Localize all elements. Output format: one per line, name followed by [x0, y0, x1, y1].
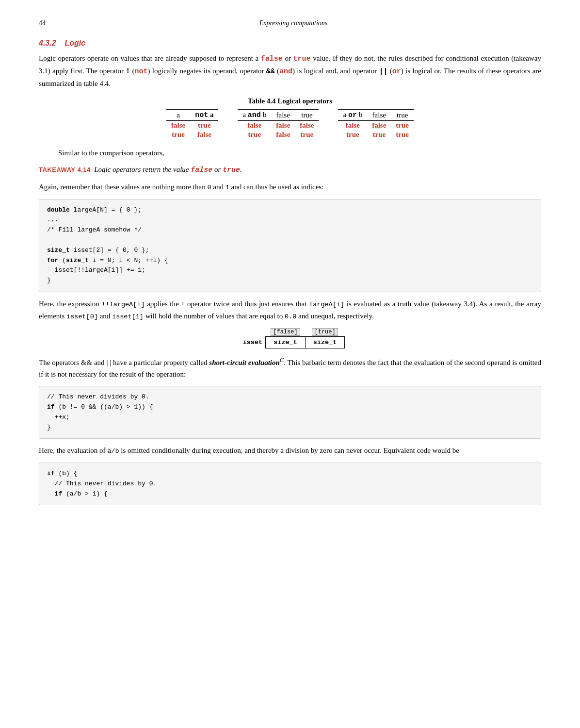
val-00: 0.0	[285, 313, 296, 320]
col-true-or: true	[391, 110, 414, 121]
code-block-3: if (b) { // This never divides by 0. if …	[39, 463, 541, 505]
takeaway-true: true	[223, 166, 240, 174]
not-row2-a: true	[166, 130, 190, 139]
false-bracket-label: [false]	[266, 329, 306, 337]
and-kw: and	[279, 67, 292, 76]
isset-label-spacer	[235, 329, 266, 337]
and-sym: &&	[266, 67, 275, 76]
takeaway-false: false	[191, 166, 212, 174]
op-not: !	[181, 301, 185, 308]
or-kw: or	[392, 67, 401, 76]
and-row1-f: false	[271, 121, 295, 131]
isset-table: [false] [true] isset size_t size_t	[235, 329, 345, 348]
explanation-paragraph: Here, the expression !!largeA[i] applies…	[39, 298, 541, 322]
page-header: 44 Expressing computations	[39, 19, 541, 27]
takeaway-414: TAKEAWAY 4.14 Logic operators return the…	[39, 165, 541, 174]
or-row1-ab: false	[338, 121, 367, 131]
and-row2-ab: true	[238, 130, 271, 139]
superscript-c: C	[280, 357, 284, 364]
and-row1-t: false	[295, 121, 319, 131]
and-table: a and b false true false false false tru…	[238, 109, 319, 139]
expr-ab: a/b	[107, 447, 119, 455]
or-sym: ||	[379, 67, 388, 76]
isset-0: isset[0]	[66, 313, 98, 320]
and-row2-t: true	[295, 130, 319, 139]
eval-paragraph: Here, the evaluation of a/b is omitted c…	[39, 445, 541, 457]
val-0: 0	[207, 184, 211, 191]
or-row2-f: true	[367, 130, 391, 139]
intro-paragraph: Logic operators operate on values that a…	[39, 52, 541, 89]
logic-tables: a not a false true true false a and b	[39, 109, 541, 139]
not-kw: not	[135, 67, 148, 76]
or-row2-t: true	[391, 130, 414, 139]
section-title: 4.3.2 Logic	[39, 39, 541, 48]
not-row1-nota: true	[190, 121, 218, 131]
operators-paragraph: The operators && and | | have a particul…	[39, 355, 541, 380]
not-row2-nota: false	[190, 130, 218, 139]
or-row2-ab: true	[338, 130, 367, 139]
col-not-a: not a	[190, 110, 218, 121]
and-row1-ab: false	[238, 121, 271, 131]
page-title: Expressing computations	[259, 19, 328, 27]
not-table: a not a false true true false	[166, 109, 218, 139]
col-false-or: false	[367, 110, 391, 121]
isset-col1: size_t	[266, 337, 306, 348]
code-block-2: // This never divides by 0. if (b != 0 &…	[39, 386, 541, 439]
or-table: a or b false true false false true true …	[338, 109, 414, 139]
page-number: 44	[39, 19, 46, 27]
val-1: 1	[226, 184, 229, 191]
not-row1-a: false	[166, 121, 190, 131]
true-bracket-label: [true]	[305, 329, 345, 337]
or-row1-f: false	[367, 121, 391, 131]
isset-1: isset[1]	[112, 313, 144, 320]
takeaway-text: Logic operators return the value false o…	[92, 165, 242, 173]
section-4-3-2: 4.3.2 Logic Logic operators operate on v…	[39, 39, 541, 505]
isset-table-wrapper: [false] [true] isset size_t size_t	[39, 329, 541, 348]
not-sym: !	[126, 67, 130, 76]
col-true: true	[295, 110, 319, 121]
expr-largeA: !!largeA[i]	[101, 301, 145, 308]
col-false: false	[271, 110, 295, 121]
and-row2-f: false	[271, 130, 295, 139]
col-a: a	[166, 110, 190, 121]
takeaway-label: TAKEAWAY 4.14	[39, 166, 91, 173]
false-kw: false	[261, 55, 283, 63]
col-a-or-b: a or b	[338, 110, 367, 121]
isset-row-label: isset	[235, 337, 266, 348]
true-kw: true	[293, 55, 311, 63]
short-circuit-label: short-circuit evaluation	[209, 359, 280, 366]
isset-col2: size_t	[305, 337, 345, 348]
col-a-and-b: a and b	[238, 110, 271, 121]
similar-text: Similar to the comparison operators,	[58, 147, 541, 159]
or-row1-t: true	[391, 121, 414, 131]
table-caption: Table 4.4 Logical operators	[39, 97, 541, 105]
again-text: Again, remember that these values are no…	[39, 181, 541, 193]
expr-largeA2: largeA[i]	[309, 301, 344, 308]
code-block-1: double largeA[N] = { 0 }; ... /* Fill la…	[39, 199, 541, 292]
